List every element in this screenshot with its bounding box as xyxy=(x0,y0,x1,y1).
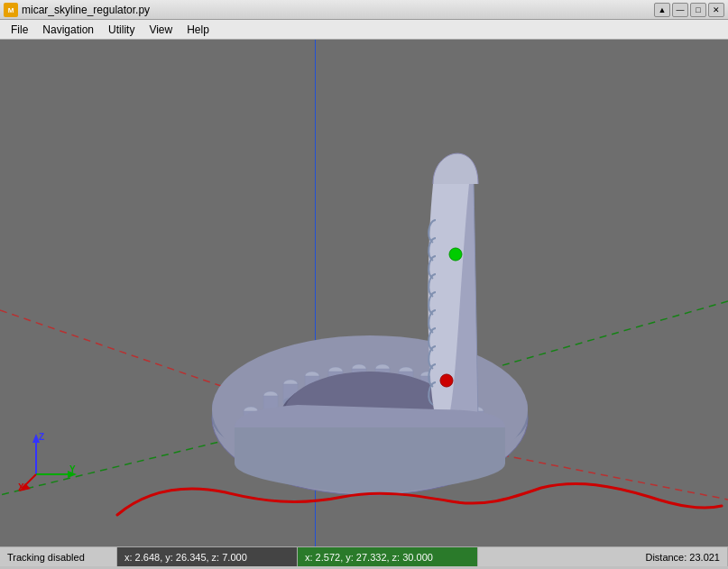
window-title: micar_skyline_regulator.py xyxy=(22,4,150,16)
statusbar: Tracking disabled x: 2.648, y: 26.345, z… xyxy=(0,546,728,566)
coord2-display: x: 2.572, y: 27.332, z: 30.000 xyxy=(305,552,433,563)
window-controls[interactable]: ▲ — □ ✕ xyxy=(654,3,724,17)
minimize-button[interactable]: — xyxy=(672,3,688,17)
axis-indicator: Z Y X xyxy=(18,429,81,492)
app-icon: M xyxy=(4,3,18,17)
svg-text:X: X xyxy=(18,482,24,492)
menu-view[interactable]: View xyxy=(142,22,180,38)
menu-utility[interactable]: Utility xyxy=(101,22,142,38)
titlebar-left: M micar_skyline_regulator.py xyxy=(4,3,150,17)
svg-text:Y: Y xyxy=(69,464,76,474)
svg-text:Z: Z xyxy=(39,432,44,442)
menubar: File Navigation Utility View Help xyxy=(0,20,728,40)
scroll-up-button[interactable]: ▲ xyxy=(654,3,670,17)
svg-point-62 xyxy=(440,374,453,387)
3d-viewport[interactable]: Z Y X xyxy=(0,40,728,546)
svg-text:M: M xyxy=(8,6,14,14)
menu-file[interactable]: File xyxy=(4,22,35,38)
coord1-display: x: 2.648, y: 26.345, z: 7.000 xyxy=(124,552,247,563)
menu-help[interactable]: Help xyxy=(180,22,217,38)
tracking-status: Tracking disabled xyxy=(7,552,85,563)
distance-display: Distance: 23.021 xyxy=(645,552,720,563)
3d-object xyxy=(180,94,559,527)
close-button[interactable]: ✕ xyxy=(708,3,724,17)
maximize-button[interactable]: □ xyxy=(690,3,706,17)
menu-navigation[interactable]: Navigation xyxy=(35,22,101,38)
svg-point-61 xyxy=(449,248,462,261)
titlebar: M micar_skyline_regulator.py ▲ — □ ✕ xyxy=(0,0,728,20)
